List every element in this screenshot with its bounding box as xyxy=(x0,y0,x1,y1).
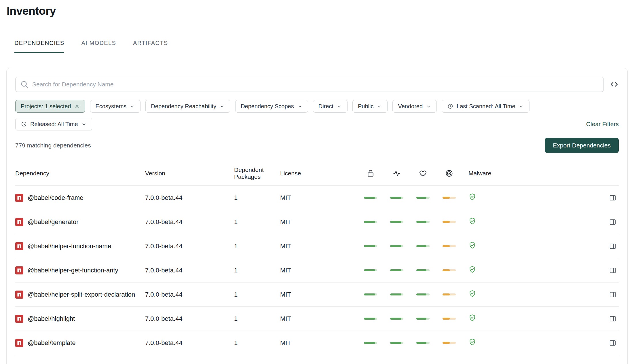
filter-chip[interactable]: Last Scanned: All Time xyxy=(442,100,529,113)
filter-chip-label: Released: All Time xyxy=(30,121,78,128)
shield-check-icon xyxy=(468,266,476,273)
maintenance-score-bar xyxy=(416,269,430,271)
license-cell: MIT xyxy=(280,218,357,226)
version-cell: 7.0.0-beta.44 xyxy=(145,339,234,347)
shield-check-icon xyxy=(468,241,476,249)
version-cell: 7.0.0-beta.44 xyxy=(145,315,234,323)
filter-chip[interactable]: Direct xyxy=(313,100,348,113)
quality-score-bar xyxy=(390,269,403,271)
dependent-packages-cell: 1 xyxy=(234,194,280,202)
details-panel-icon[interactable] xyxy=(609,218,619,226)
quality-score-bar xyxy=(390,342,403,344)
license-cell: MIT xyxy=(280,339,357,347)
column-dependent-packages: Dependent Packages xyxy=(234,166,280,180)
filter-chip[interactable]: Ecosystems xyxy=(90,100,141,113)
tab-bar: DEPENDENCIES AI MODELS ARTIFACTS xyxy=(14,40,634,53)
table-row[interactable]: @babel/helper-split-export-declaration 7… xyxy=(15,283,619,307)
dependency-name: @babel/helper-function-name xyxy=(28,242,111,251)
clock-icon xyxy=(447,103,453,109)
table-row[interactable]: @babel/code-frame 7.0.0-beta.44 1 MIT xyxy=(15,186,619,210)
table-row[interactable]: @babel/template 7.0.0-beta.44 1 MIT xyxy=(15,331,619,355)
tab-artifacts[interactable]: ARTIFACTS xyxy=(133,40,168,53)
details-panel-icon[interactable] xyxy=(609,315,619,323)
filter-chip-label: Ecosystems xyxy=(96,103,127,110)
column-dependency: Dependency xyxy=(15,170,145,177)
supply-chain-score-bar xyxy=(364,221,377,223)
clear-filters-link[interactable]: Clear Filters xyxy=(586,121,619,128)
license-cell: MIT xyxy=(280,315,357,323)
filter-chip-label: Projects: 1 selected xyxy=(21,103,71,110)
dependency-name: @babel/helper-split-export-declaration xyxy=(28,290,135,299)
table-row[interactable]: @babel/highlight 7.0.0-beta.44 1 MIT xyxy=(15,307,619,331)
filter-chip[interactable]: Released: All Time xyxy=(15,118,92,130)
filter-chip[interactable]: Projects: 1 selected xyxy=(15,100,85,113)
quality-score-bar xyxy=(390,245,403,247)
search-input[interactable] xyxy=(32,81,599,88)
malware-cell xyxy=(462,193,601,202)
chevron-down-icon xyxy=(130,104,135,109)
chevron-down-icon xyxy=(426,104,431,109)
column-license: License xyxy=(280,170,357,177)
summary-row: 779 matching dependencies Export Depende… xyxy=(15,138,619,153)
filter-chip[interactable]: Dependency Reachability xyxy=(145,100,230,113)
chevron-down-icon xyxy=(219,104,225,109)
filter-chip-label: Vendored xyxy=(398,103,423,110)
license-cell: MIT xyxy=(280,291,357,298)
filter-chip[interactable]: Vendored xyxy=(392,100,437,113)
supply-chain-score-bar xyxy=(364,197,377,199)
dependency-cell: @babel/code-frame xyxy=(15,194,145,202)
filter-chip-label: Dependency Reachability xyxy=(151,103,216,110)
dependent-packages-cell: 1 xyxy=(234,339,280,347)
filter-chip-label: Dependency Scopes xyxy=(241,103,294,110)
version-cell: 7.0.0-beta.44 xyxy=(145,291,234,298)
filter-chip-label: Last Scanned: All Time xyxy=(457,103,515,110)
version-cell: 7.0.0-beta.44 xyxy=(145,267,234,274)
dependent-packages-cell: 1 xyxy=(234,291,280,298)
column-version: Version xyxy=(145,170,234,177)
code-view-icon[interactable] xyxy=(610,80,619,89)
page-title: Inventory xyxy=(7,5,634,17)
column-malware: Malware xyxy=(462,170,601,177)
vulnerability-score-bar xyxy=(443,318,456,320)
details-panel-icon[interactable] xyxy=(609,242,619,250)
npm-icon xyxy=(15,242,23,250)
chevron-down-icon xyxy=(377,104,382,109)
dependency-name: @babel/generator xyxy=(28,218,78,226)
maintenance-score-bar xyxy=(416,221,430,223)
filter-chips-row-1: Projects: 1 selected Ecosystems Dependen… xyxy=(15,100,619,113)
details-panel-icon[interactable] xyxy=(609,339,619,347)
npm-icon xyxy=(15,266,23,274)
table-row[interactable]: @babel/helper-function-name 7.0.0-beta.4… xyxy=(15,234,619,258)
details-panel-icon[interactable] xyxy=(609,194,619,202)
close-icon[interactable] xyxy=(74,104,80,109)
malware-cell xyxy=(462,241,601,251)
npm-icon xyxy=(15,315,23,323)
quality-score-bar xyxy=(390,197,403,199)
vulnerability-score-bar xyxy=(443,221,456,223)
export-dependencies-button[interactable]: Export Dependencies xyxy=(545,138,619,153)
details-panel-icon[interactable] xyxy=(609,267,619,274)
filter-chip[interactable]: Dependency Scopes xyxy=(235,100,308,113)
maintenance-score-bar xyxy=(416,293,430,295)
filter-chips-row-2-left: Released: All Time xyxy=(15,118,92,130)
search-icon xyxy=(20,80,29,89)
search-box xyxy=(15,77,604,92)
matching-count: 779 matching dependencies xyxy=(15,142,91,149)
tab-dependencies[interactable]: DEPENDENCIES xyxy=(14,40,64,53)
table-row[interactable]: @babel/helper-get-function-arity 7.0.0-b… xyxy=(15,258,619,283)
supply-chain-score-bar xyxy=(364,269,377,271)
dependency-cell: @babel/helper-split-export-declaration xyxy=(15,290,145,299)
dependent-packages-cell: 1 xyxy=(234,242,280,250)
heart-icon xyxy=(419,169,427,178)
version-cell: 7.0.0-beta.44 xyxy=(145,218,234,226)
dependency-name: @babel/helper-get-function-arity xyxy=(28,266,118,275)
filter-chip[interactable]: Public xyxy=(352,100,388,113)
tab-ai-models[interactable]: AI MODELS xyxy=(81,40,116,53)
details-panel-icon[interactable] xyxy=(609,291,619,298)
version-cell: 7.0.0-beta.44 xyxy=(145,194,234,202)
npm-icon xyxy=(15,218,23,226)
table-row[interactable]: @babel/generator 7.0.0-beta.44 1 MIT xyxy=(15,210,619,234)
npm-icon xyxy=(15,194,23,202)
shield-check-icon xyxy=(468,314,476,322)
dependent-packages-cell: 1 xyxy=(234,218,280,226)
